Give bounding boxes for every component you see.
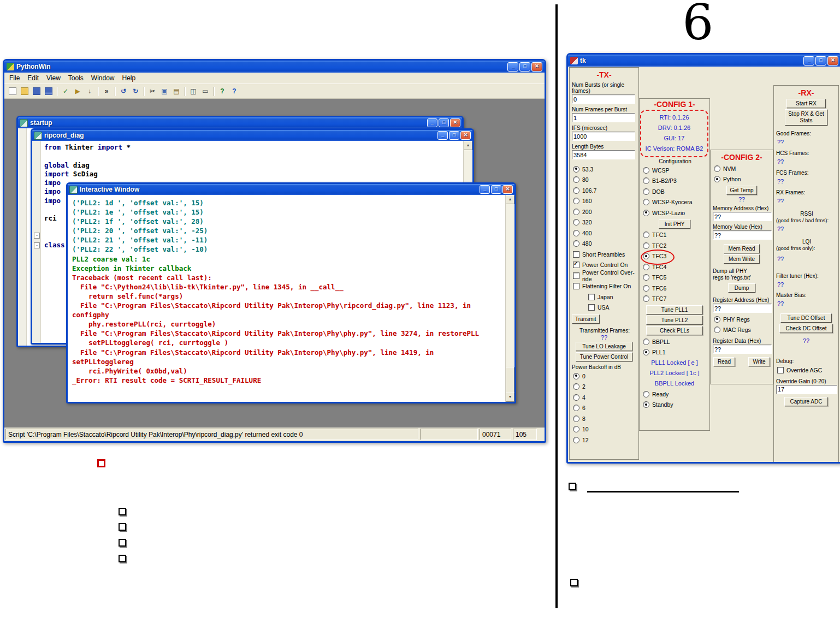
ripcord-diag-titlebar[interactable]: ripcord_diag _ □ ✕ xyxy=(32,130,472,141)
memory-address-input[interactable] xyxy=(713,212,772,221)
check-plls-button[interactable]: Check PLLs xyxy=(646,326,703,335)
radio-12[interactable]: 12 xyxy=(570,435,638,446)
radio-pll1[interactable]: PLL1 xyxy=(640,347,709,358)
save-all-icon[interactable] xyxy=(45,87,52,95)
init-phy-button[interactable]: Init PHY xyxy=(659,219,690,229)
scroll-up-button[interactable]: ▲ xyxy=(464,141,472,150)
pythonwin-titlebar[interactable]: PythonWin _ □ ✕ xyxy=(4,61,545,73)
stop-rx-button[interactable]: Stop RX & Get Stats xyxy=(785,109,827,126)
tune-pll1-button[interactable]: Tune PLL1 xyxy=(646,305,703,314)
fold-marker[interactable]: - xyxy=(34,242,40,248)
radio-80[interactable]: 80 xyxy=(570,175,638,186)
num-bursts-or-single-frames-input[interactable] xyxy=(572,94,635,104)
checkbox-usa[interactable]: USA xyxy=(585,302,638,313)
menu-file[interactable]: File xyxy=(5,73,23,83)
radio-10[interactable]: 10 xyxy=(570,424,638,435)
radio-wcsp-kyocera[interactable]: WCSP-Kyocera xyxy=(640,197,709,208)
capture-adc-button[interactable]: Capture ADC xyxy=(784,397,828,406)
menu-edit[interactable]: Edit xyxy=(23,73,43,83)
maximize-button[interactable]: □ xyxy=(439,118,449,127)
cut-icon[interactable]: ✂ xyxy=(147,86,158,96)
num-frames-per-burst-input[interactable] xyxy=(572,113,635,122)
tune-power-control-button[interactable]: Tune Power Control xyxy=(576,352,632,361)
scrollbar-thumb[interactable] xyxy=(506,367,514,393)
radio-480[interactable]: 480 xyxy=(570,239,638,250)
interactive-output-text[interactable]: ('PLL2: 1d ', 'offset val:', 15)('PLL2: … xyxy=(68,195,506,402)
radio-mac-regs[interactable]: MAC Regs xyxy=(711,325,773,336)
menu-view[interactable]: View xyxy=(43,73,64,83)
radio-standby[interactable]: Standby xyxy=(640,400,709,411)
checkbox-flattening-filter-on[interactable]: Flattening Filter On xyxy=(570,281,638,292)
interactive-output-area[interactable]: ('PLL2: 1d ', 'offset val:', 15)('PLL2: … xyxy=(68,195,514,402)
menu-help[interactable]: Help xyxy=(119,73,140,83)
get-temp-button[interactable]: Get Temp xyxy=(726,186,757,195)
radio-bbpll[interactable]: BBPLL xyxy=(640,336,709,347)
minimize-button[interactable]: _ xyxy=(803,56,814,66)
radio-tfc4[interactable]: TFC4 xyxy=(640,262,709,272)
check-dc-offset-button[interactable]: Check DC Offset xyxy=(779,324,833,333)
interactive-scrollbar[interactable]: ▲ ▼ xyxy=(505,195,514,402)
close-button[interactable]: ✕ xyxy=(450,118,460,127)
radio-b1-b2-p3[interactable]: B1-B2/P3 xyxy=(640,176,709,187)
scroll-down-button[interactable]: ▼ xyxy=(506,393,514,402)
close-button[interactable]: ✕ xyxy=(502,185,513,194)
maximize-button[interactable]: □ xyxy=(519,62,530,72)
radio-tfc5[interactable]: TFC5 xyxy=(640,272,709,283)
fold-marker[interactable]: - xyxy=(34,233,40,239)
close-button[interactable]: ✕ xyxy=(460,131,471,140)
menu-tools[interactable]: Tools xyxy=(64,73,87,83)
print-icon[interactable]: ▭ xyxy=(200,86,211,96)
radio-tfc1[interactable]: TFC1 xyxy=(640,230,709,241)
save-icon[interactable] xyxy=(33,87,40,95)
radio-0[interactable]: 0 xyxy=(570,371,638,382)
maximize-button[interactable]: □ xyxy=(449,131,459,140)
radio-wcsp-lazio[interactable]: WCSP-Lazio xyxy=(640,207,709,218)
interactive-titlebar[interactable]: Interactive Window _ □ ✕ xyxy=(68,184,514,195)
python-help-icon[interactable]: ? xyxy=(217,86,228,96)
radio-200[interactable]: 200 xyxy=(570,206,638,217)
radio-400[interactable]: 400 xyxy=(570,228,638,239)
mem-read-button[interactable]: Mem Read xyxy=(724,244,760,253)
more-tools-icon[interactable]: » xyxy=(101,86,112,96)
minimize-button[interactable]: _ xyxy=(427,118,437,127)
new-file-icon[interactable] xyxy=(9,87,16,95)
radio-python[interactable]: Python xyxy=(711,174,773,185)
memory-value-input[interactable] xyxy=(713,230,772,240)
close-button[interactable]: ✕ xyxy=(827,56,838,66)
print-preview-icon[interactable]: ◫ xyxy=(188,86,199,96)
radio-2[interactable]: 2 xyxy=(570,382,638,393)
scroll-up-button[interactable]: ▲ xyxy=(506,195,514,204)
dump-button[interactable]: Dump xyxy=(728,283,755,293)
start-rx-button[interactable]: Start RX xyxy=(786,99,826,108)
tune-lo-leakage-button[interactable]: Tune LO Leakage xyxy=(576,342,632,351)
tune-dc-offset-button[interactable]: Tune DC Offset xyxy=(780,313,832,323)
register-address-input[interactable] xyxy=(713,304,772,313)
undo-icon[interactable]: ↺ xyxy=(118,86,129,96)
check-script-icon[interactable]: ✓ xyxy=(60,86,71,96)
maximize-button[interactable]: □ xyxy=(815,56,826,66)
checkbox-power-control-over-ride[interactable]: Power Control Over-ride xyxy=(570,270,638,281)
radio-320[interactable]: 320 xyxy=(570,217,638,228)
tune-pll2-button[interactable]: Tune PLL2 xyxy=(646,316,703,325)
radio-53-3[interactable]: 53.3 xyxy=(570,164,638,175)
ifs-microsec-input[interactable] xyxy=(572,132,635,141)
open-folder-icon[interactable] xyxy=(21,87,28,95)
tk-titlebar[interactable]: tk _ □ ✕ xyxy=(568,55,840,67)
radio-tfc7[interactable]: TFC7 xyxy=(640,294,709,305)
radio-phy-regs[interactable]: PHY Regs xyxy=(711,314,773,325)
run-script-icon[interactable]: ▶ xyxy=(72,86,83,96)
write-button[interactable]: Write xyxy=(748,357,770,366)
checkbox-short-preambles[interactable]: Short Preambles xyxy=(570,249,638,260)
paste-icon[interactable]: ▤ xyxy=(171,86,182,96)
radio-160[interactable]: 160 xyxy=(570,196,638,207)
checkbox-japan[interactable]: Japan xyxy=(585,292,638,302)
step-icon[interactable]: ↓ xyxy=(84,86,95,96)
checkbox-override-agc[interactable]: Override AGC xyxy=(774,365,838,376)
read-button[interactable]: Read xyxy=(713,357,735,366)
radio-tfc2[interactable]: TFC2 xyxy=(640,240,709,251)
minimize-button[interactable]: _ xyxy=(507,62,518,72)
radio-4[interactable]: 4 xyxy=(570,392,638,403)
radio-ready[interactable]: Ready xyxy=(640,389,709,400)
register-data-input[interactable] xyxy=(713,345,772,354)
maximize-button[interactable]: □ xyxy=(491,185,501,194)
